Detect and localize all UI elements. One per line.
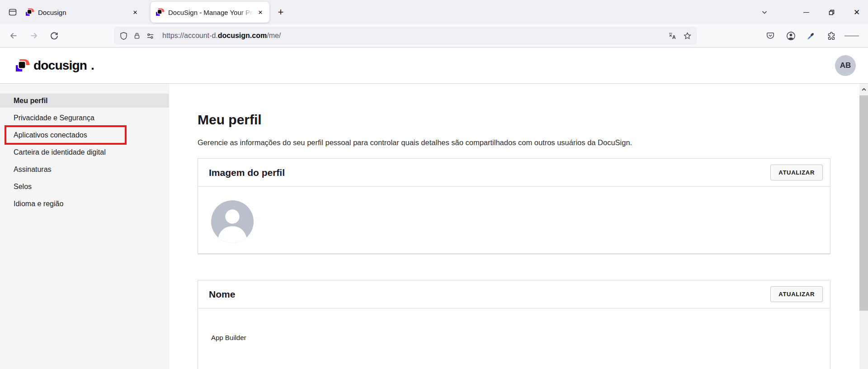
user-avatar[interactable]: AB xyxy=(835,55,856,76)
eyedropper-icon[interactable] xyxy=(804,28,818,43)
scrollbar-thumb[interactable] xyxy=(859,95,868,311)
svg-text:A: A xyxy=(672,34,676,40)
profile-page: Meu perfil Privacidade e Segurança Aplic… xyxy=(0,84,868,369)
bookmark-star-icon[interactable] xyxy=(683,32,692,40)
back-icon[interactable] xyxy=(6,28,21,43)
new-tab-button[interactable]: + xyxy=(274,5,288,19)
person-silhouette-icon xyxy=(211,200,254,243)
sidebar-item-idioma-regiao[interactable]: Idioma e região xyxy=(0,197,169,211)
page-description: Gerencie as informações do seu perfil pe… xyxy=(198,138,839,147)
docusign-header: docusign. AB xyxy=(0,47,868,84)
card-title-nome: Nome xyxy=(209,289,235,300)
reload-icon[interactable] xyxy=(47,28,61,43)
docusign-favicon xyxy=(26,8,34,16)
close-tab-icon[interactable]: ✕ xyxy=(255,7,266,18)
minimize-window-icon[interactable] xyxy=(799,5,813,19)
docusign-logo[interactable]: docusign. xyxy=(16,58,94,73)
restore-window-icon[interactable] xyxy=(825,5,838,19)
tab-title: DocuSign - Manage Your Profile xyxy=(168,9,255,16)
sidebar-item-privacidade-seguranca[interactable]: Privacidade e Segurança xyxy=(0,111,169,125)
toolbar-extensions-area xyxy=(763,28,859,43)
account-icon[interactable] xyxy=(783,28,798,43)
page-scrollbar[interactable] xyxy=(859,84,868,369)
pocket-icon[interactable] xyxy=(763,28,778,43)
profile-image-placeholder xyxy=(211,200,254,243)
url-text: https://account-d.docusign.com/me/ xyxy=(162,32,281,40)
url-bar[interactable]: https://account-d.docusign.com/me/ A xyxy=(114,27,697,45)
window-controls: ✕ xyxy=(758,0,868,24)
atualizar-imagem-button[interactable]: ATUALIZAR xyxy=(770,165,823,180)
card-title-imagem-do-perfil: Imagem do perfil xyxy=(209,167,285,178)
list-all-tabs-icon[interactable] xyxy=(758,5,771,19)
profile-content: Meu perfil Gerencie as informações do se… xyxy=(169,84,868,369)
forward-icon[interactable] xyxy=(27,28,41,43)
page-title: Meu perfil xyxy=(198,112,839,128)
close-window-icon[interactable]: ✕ xyxy=(850,5,863,19)
tab-title: Docusign xyxy=(38,9,130,16)
tab-docusign-profile-active[interactable]: DocuSign - Manage Your Profile ✕ xyxy=(151,2,269,23)
docusign-favicon xyxy=(156,8,164,16)
close-tab-icon[interactable]: ✕ xyxy=(130,7,141,18)
sidebar-item-carteira-identidade[interactable]: Carteira de identidade digital xyxy=(0,145,169,159)
lock-icon[interactable] xyxy=(133,32,141,40)
sidebar-item-selos[interactable]: Selos xyxy=(0,180,169,194)
menu-hamburger-icon[interactable] xyxy=(844,28,859,43)
shield-icon[interactable] xyxy=(119,32,128,40)
extensions-puzzle-icon[interactable] xyxy=(824,28,839,43)
name-card: Nome ATUALIZAR App Builder xyxy=(198,280,830,369)
browser-tab-bar: Docusign ✕ DocuSign - Manage Your Profil… xyxy=(0,0,868,24)
logo-trademark-dot: . xyxy=(91,58,94,73)
browser-toolbar: https://account-d.docusign.com/me/ A xyxy=(0,24,868,47)
scrollbar-up-arrow-icon[interactable] xyxy=(859,84,868,95)
profile-name-value: App Builder xyxy=(211,334,246,341)
docusign-logo-mark xyxy=(16,59,29,72)
permissions-icon[interactable] xyxy=(146,32,155,40)
atualizar-nome-button[interactable]: ATUALIZAR xyxy=(770,286,823,302)
profile-image-card: Imagem do perfil ATUALIZAR xyxy=(198,158,830,254)
sidebar-item-assinaturas[interactable]: Assinaturas xyxy=(0,162,169,176)
sidebar-item-meu-perfil[interactable]: Meu perfil xyxy=(0,94,169,108)
docusign-logo-text: docusign xyxy=(33,58,87,73)
settings-sidebar: Meu perfil Privacidade e Segurança Aplic… xyxy=(0,84,169,369)
tab-docusign[interactable]: Docusign ✕ xyxy=(19,0,145,24)
sidebar-item-aplicativos-conectados[interactable]: Aplicativos conectados xyxy=(0,128,169,142)
translate-icon[interactable]: A xyxy=(668,31,677,40)
firefox-view-icon[interactable] xyxy=(6,5,19,19)
